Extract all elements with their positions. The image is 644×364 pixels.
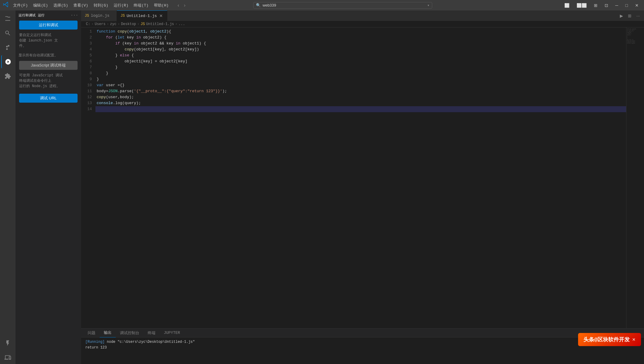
menu-bar: 文件(F) 编辑(E) 选择(S) 查看(V) 转到(G) 运行(R) 终端(T… <box>11 2 171 9</box>
tab-untitled-js-icon: JS <box>121 14 125 18</box>
code-line-3: if (key in object2 && key in object1) { <box>95 41 626 47</box>
code-line-12: copy(user,body); <box>95 94 626 100</box>
breadcrumb-desktop[interactable]: Desktop <box>121 22 136 26</box>
activity-remote[interactable] <box>1 351 14 364</box>
maximize-button[interactable]: □ <box>623 2 630 8</box>
activity-bar <box>0 10 16 364</box>
code-line-2: for (let key in object2) { <box>95 35 626 41</box>
menu-edit[interactable]: 编辑(E) <box>31 2 50 9</box>
terminal-output-text: return 123 <box>85 346 107 350</box>
code-line-14 <box>95 106 626 112</box>
nav-forward-button[interactable]: › <box>182 2 187 9</box>
run-debug-button[interactable]: 运行和调试 <box>19 21 78 30</box>
tabs-bar: JS login.js JS Untitled-1.js ✕ ▶ ⊞ ··· <box>81 10 644 21</box>
activity-source-control[interactable] <box>1 41 14 54</box>
breadcrumb-filename[interactable]: Untitled-1.js <box>146 22 174 26</box>
search-dropdown-icon[interactable]: ▾ <box>427 3 430 8</box>
sidebar-more-icon[interactable]: ··· <box>71 13 78 18</box>
title-bar: 文件(F) 编辑(E) 选择(S) 查看(V) 转到(G) 运行(R) 终端(T… <box>0 0 644 10</box>
panel-tab-output[interactable]: 输出 <box>100 328 116 337</box>
menu-view[interactable]: 查看(V) <box>71 2 90 9</box>
panel-content: [Running] node "c:\Users\zyc\Desktop\Unt… <box>81 337 644 364</box>
js-debug-terminal-button[interactable]: JavaScript 调试终端 <box>19 61 78 70</box>
tab-untitled-js[interactable]: JS Untitled-1.js ✕ <box>117 10 167 21</box>
menu-file[interactable]: 文件(F) <box>11 2 30 9</box>
breadcrumb-user[interactable]: zyc <box>110 22 117 26</box>
breadcrumb: C: › Users › zyc › Desktop › JS Untitled… <box>81 21 644 27</box>
sidebar-header: 运行和调试 运行 <box>18 13 45 18</box>
panel-tab-problems[interactable]: 问题 <box>84 328 100 337</box>
terminal-line-2: return 123 <box>85 345 640 351</box>
code-line-7: } <box>95 64 626 70</box>
line-numbers: 12345 678910 11121314 <box>81 27 95 328</box>
nav-back-button[interactable]: ‹ <box>176 2 181 9</box>
terminal-cmd-text: node "c:\Users\zyc\Desktop\Untitled-1.js… <box>107 340 195 344</box>
menu-terminal[interactable]: 终端(T) <box>131 2 151 9</box>
sidebar: 运行和调试 运行 ··· 运行和调试 要自定义运行和调试创建 launch.js… <box>16 10 81 364</box>
layout-editor-button[interactable]: ⬜ <box>562 2 572 8</box>
sidebar-help-text-1: 要自定义运行和调试创建 launch.json 文件。 <box>16 31 81 52</box>
activity-search[interactable] <box>1 27 14 40</box>
sidebar-help-text-2: 可使用 JavaScript 调试终端调试在命令行上运行的 Node.js 进程… <box>16 72 81 92</box>
menu-run[interactable]: 运行(R) <box>111 2 131 9</box>
code-line-11: body=JSON.parse('{"__proto__":{"query":"… <box>95 88 626 94</box>
more-actions-button[interactable]: ··· <box>634 13 642 19</box>
code-line-4: copy(object1[key], object2[key]) <box>95 47 626 53</box>
terminal-line-1: [Running] node "c:\Users\zyc\Desktop\Unt… <box>85 339 640 345</box>
debug-url-button[interactable]: 调试 URL <box>19 94 78 103</box>
panel-tabs: 问题 输出 调试控制台 终端 JUPYTER <box>81 328 644 337</box>
customize-layout-button[interactable]: ⊡ <box>602 2 611 8</box>
watermark-close-button[interactable]: ✕ <box>632 337 636 342</box>
tab-login-js[interactable]: JS login.js <box>81 10 117 21</box>
breadcrumb-drive[interactable]: C: <box>86 22 90 26</box>
minimap: function copy(obj for (let key i if (key… <box>626 27 644 328</box>
code-line-1: function copy(object1, object2){ <box>95 29 626 35</box>
show-all-debug-label: 显示所有自动调试配置。 <box>18 53 58 58</box>
search-input[interactable] <box>262 3 425 7</box>
tab-login-js-icon: JS <box>85 14 89 18</box>
activity-extensions[interactable] <box>1 70 14 83</box>
breadcrumb-file-icon: JS <box>140 22 145 26</box>
title-bar-left: 文件(F) 编辑(E) 选择(S) 查看(V) 转到(G) 运行(R) 终端(T… <box>3 1 187 9</box>
activity-run-debug[interactable] <box>1 55 14 68</box>
run-file-button[interactable]: ▶ <box>618 13 625 19</box>
activity-testing[interactable] <box>1 337 14 350</box>
close-button[interactable]: ✕ <box>633 2 641 8</box>
tab-untitled-js-label: Untitled-1.js <box>126 14 157 18</box>
code-lines[interactable]: function copy(object1, object2){ for (le… <box>95 27 626 328</box>
minimap-content: function copy(obj for (let key i if (key… <box>626 27 644 45</box>
editor-area: JS login.js JS Untitled-1.js ✕ ▶ ⊞ ··· C… <box>81 10 644 364</box>
code-line-10: var user ={} <box>95 82 626 88</box>
watermark-text: 头条@区块软件开发 <box>583 336 630 343</box>
code-line-8: } <box>95 70 626 76</box>
activity-explorer[interactable] <box>1 12 14 25</box>
tab-actions: ▶ ⊞ ··· <box>618 13 644 19</box>
layout-split-button[interactable]: ⬜⬜ <box>574 2 589 8</box>
code-line-9: } <box>95 76 626 82</box>
terminal-running-label: [Running] <box>85 340 105 344</box>
layout-grid-button[interactable]: ⊞ <box>592 2 600 8</box>
menu-goto[interactable]: 转到(G) <box>91 2 111 9</box>
nav-buttons: ‹ › <box>176 2 187 9</box>
watermark-overlay: 头条@区块软件开发 ✕ <box>578 333 641 346</box>
split-editor-button[interactable]: ⊞ <box>626 13 633 19</box>
menu-select[interactable]: 选择(S) <box>51 2 70 9</box>
code-line-6: object1[key] = object2[key] <box>95 58 626 64</box>
code-line-13: console.log(query); <box>95 100 626 106</box>
breadcrumb-users[interactable]: Users <box>95 22 106 26</box>
search-bar[interactable]: 🔍 ▾ <box>253 2 432 9</box>
panel-tab-terminal[interactable]: 终端 <box>143 328 160 337</box>
code-editor[interactable]: 12345 678910 11121314 function copy(obje… <box>81 27 626 328</box>
main-content: 运行和调试 运行 ··· 运行和调试 要自定义运行和调试创建 launch.js… <box>0 10 644 364</box>
breadcrumb-symbol[interactable]: ... <box>179 22 185 26</box>
panel-tab-debug-console[interactable]: 调试控制台 <box>116 328 143 337</box>
menu-help[interactable]: 帮助(H) <box>152 2 171 9</box>
bottom-panel: 问题 输出 调试控制台 终端 JUPYTER [Running] node "c… <box>81 328 644 364</box>
panel-tab-jupyter[interactable]: JUPYTER <box>160 328 184 337</box>
title-bar-right: ⬜ ⬜⬜ ⊞ ⊡ ─ □ ✕ <box>562 2 641 8</box>
vscode-icon <box>3 1 9 9</box>
search-icon: 🔍 <box>256 3 261 8</box>
tab-close-button[interactable]: ✕ <box>159 14 163 18</box>
code-line-5: } else { <box>95 53 626 58</box>
minimize-button[interactable]: ─ <box>613 2 621 8</box>
